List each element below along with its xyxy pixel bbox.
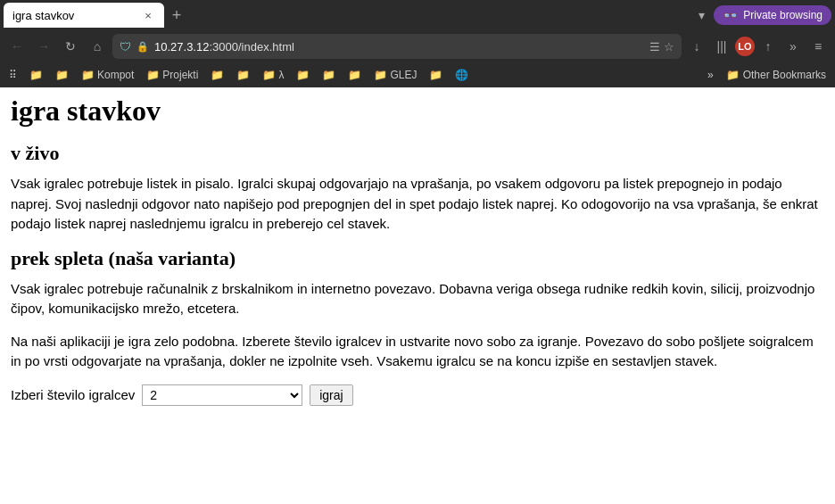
bookmark-item-glej[interactable]: 📁 GLEJ (368, 67, 422, 83)
home-button[interactable]: ⌂ (86, 35, 109, 58)
tab-bar: igra stavkov × + ▾ 👓 Private browsing (0, 0, 835, 30)
apps-icon: ⠿ (9, 69, 17, 81)
other-bookmarks-button[interactable]: 📁 Other Bookmarks (721, 67, 831, 83)
paragraph-live: Vsak igralec potrebuje listek in pisalo.… (11, 174, 824, 235)
nav-right-controls: ↓ ||| LO ↑ » ≡ (685, 35, 830, 58)
active-tab[interactable]: igra stavkov × (4, 3, 164, 28)
shield-icon: 🛡 (120, 40, 131, 54)
reload-button[interactable]: ↻ (59, 35, 82, 58)
bookmark-item-empty7[interactable]: 📁 (343, 67, 367, 83)
bookmark-item-empty1[interactable]: 📁 (24, 67, 48, 83)
player-form: Izberi število igralcev 2 3 4 5 6 igraj (11, 384, 824, 406)
bookmark-item-empty2[interactable]: 📁 (50, 67, 74, 83)
back-button[interactable]: ← (5, 35, 29, 58)
navigation-bar: ← → ↻ ⌂ 🛡 🔒 10.27.3.12:3000/index.html ☰… (0, 30, 835, 62)
address-bar[interactable]: 🛡 🔒 10.27.3.12:3000/index.html ☰ ☆ (112, 34, 682, 59)
other-bookmarks-label: Other Bookmarks (743, 69, 826, 81)
lock-icon: 🔒 (136, 41, 149, 53)
player-count-select[interactable]: 2 3 4 5 6 (142, 384, 302, 406)
bookmark-item-empty8[interactable]: 📁 (424, 67, 448, 83)
section-live-title: v živo (11, 142, 824, 165)
player-count-label: Izberi število igralcev (11, 387, 135, 402)
section-web-title: prek spleta (naša varianta) (11, 247, 824, 270)
bookmarks-overflow-button[interactable]: » (702, 67, 719, 83)
bookmark-item-empty5[interactable]: 📁 (291, 67, 315, 83)
other-bookmarks-icon: 📁 (726, 69, 740, 81)
bookmarks-apps-icon[interactable]: ⠿ (4, 67, 22, 83)
bookmarks-bar: ⠿ 📁 📁 📁 Kompot 📁 Projekti 📁 📁 📁 λ 📁 (0, 62, 835, 87)
private-browsing-badge[interactable]: 👓 Private browsing (714, 5, 831, 25)
tab-title: igra stavkov (12, 9, 136, 22)
private-browsing-label: Private browsing (743, 9, 823, 21)
tab-close-button[interactable]: × (141, 8, 155, 22)
extensions-button[interactable]: » (781, 35, 805, 58)
page-title: igra stavkov (11, 95, 824, 128)
bookmark-item-empty4[interactable]: 📁 (231, 67, 255, 83)
page-content: igra stavkov v živo Vsak igralec potrebu… (0, 87, 835, 444)
bookmark-label-lambda: λ (278, 69, 284, 81)
forward-button[interactable]: → (32, 35, 55, 58)
bookmark-label-projekti: Projekti (162, 69, 198, 81)
private-browsing-icon: 👓 (723, 8, 738, 22)
bookmark-item-globe[interactable]: 🌐 (450, 67, 474, 83)
bookmark-item-kompot[interactable]: 📁 Kompot (76, 67, 139, 83)
reader-view-icon[interactable]: ☰ (649, 40, 660, 54)
address-icons: ☰ ☆ (649, 40, 674, 54)
bookmark-item-empty3[interactable]: 📁 (205, 67, 229, 83)
avatar[interactable]: LO (735, 37, 755, 56)
share-button[interactable]: ↑ (756, 35, 780, 58)
bookmark-label-kompot: Kompot (97, 69, 134, 81)
address-host: 10.27.3.12 (154, 40, 209, 54)
bookmark-item-projekti[interactable]: 📁 Projekti (141, 67, 203, 83)
bookmark-item-empty6[interactable]: 📁 (317, 67, 341, 83)
address-text: 10.27.3.12:3000/index.html (154, 40, 644, 54)
paragraph-web2: Na naši aplikaciji je igra zelo podobna.… (11, 332, 824, 372)
tab-bar-right: ▾ 👓 Private browsing (695, 4, 831, 26)
play-button[interactable]: igraj (310, 384, 352, 406)
bookmark-star-icon[interactable]: ☆ (664, 40, 674, 54)
browser-chrome: igra stavkov × + ▾ 👓 Private browsing ← … (0, 0, 835, 87)
download-button[interactable]: ↓ (685, 35, 708, 58)
paragraph-web1: Vsak igralec potrebuje računalnik z brsk… (11, 279, 824, 319)
library-button[interactable]: ||| (710, 35, 733, 58)
new-tab-button[interactable]: + (164, 3, 189, 28)
tab-list-chevron-icon[interactable]: ▾ (695, 4, 708, 26)
address-path: :3000/index.html (209, 40, 293, 54)
bookmarks-overflow: » 📁 Other Bookmarks (702, 67, 831, 83)
bookmark-label-glej: GLEJ (390, 69, 417, 81)
menu-button[interactable]: ≡ (806, 35, 830, 58)
bookmark-item-lambda[interactable]: 📁 λ (257, 67, 289, 83)
